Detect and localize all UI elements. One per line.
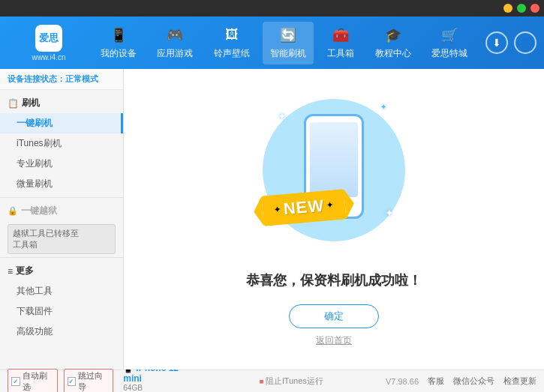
header: 爱思 www.i4.cn 📱 我的设备 🎮 应用游戏 🖼 铃声壁纸 🔄 智能刷机… — [0, 16, 544, 69]
pro-flash-label: 专业刷机 — [17, 158, 53, 169]
back-link[interactable]: 返回首页 — [316, 334, 352, 347]
nav-toolbox-label: 工具箱 — [327, 47, 354, 60]
sidebar-divider-2 — [0, 257, 123, 258]
nav-tutorial[interactable]: 🎓 教程中心 — [368, 22, 419, 64]
stop-itunes[interactable]: ■ 阻止iTunes运行 — [259, 376, 323, 387]
nav-right: ⬇ 👤 — [485, 31, 536, 54]
bottom-right: V7.98.66 客服 微信公众号 检查更新 — [386, 376, 536, 387]
nav-tutorial-label: 教程中心 — [375, 47, 411, 60]
close-button[interactable] — [530, 4, 539, 13]
wechat-link[interactable]: 微信公众号 — [453, 376, 494, 387]
maximize-button[interactable] — [517, 4, 526, 13]
tutorial-icon: 🎓 — [384, 26, 402, 44]
flash-section-title: 📋 刷机 — [0, 93, 123, 113]
title-bar — [0, 0, 544, 16]
jailbreak-section-title: 🔒 一键越狱 — [0, 201, 123, 221]
success-message: 恭喜您，保资料刷机成功啦！ — [246, 271, 422, 289]
nav-shop[interactable]: 🛒 爱思特城 — [424, 22, 475, 64]
flash-section-label: 刷机 — [22, 97, 40, 109]
user-button[interactable]: 👤 — [514, 31, 536, 54]
nav-apps-games-label: 应用游戏 — [157, 47, 193, 60]
nav-toolbox[interactable]: 🧰 工具箱 — [320, 22, 362, 64]
sidebar-item-one-key-flash[interactable]: 一键刷机 — [0, 113, 123, 133]
more-section-label: 更多 — [16, 265, 34, 277]
sparkle-icon-2: ✦ — [380, 103, 386, 111]
auto-flash-label: 自动刷选 — [23, 370, 54, 393]
status-label: 设备连接状态： — [8, 74, 65, 83]
apps-games-icon: 🎮 — [166, 26, 184, 44]
more-section-icon: ≡ — [8, 266, 13, 277]
logo-icon-text: 爱思 — [39, 31, 59, 45]
nav-smart-flash[interactable]: 🔄 智能刷机 — [263, 22, 314, 64]
ribbon-star-right: ✦ — [326, 200, 334, 211]
sparkle-icon-3: ✦ — [385, 207, 394, 219]
customer-service-link[interactable]: 客服 — [428, 376, 444, 387]
flash-section: 📋 刷机 一键刷机 iTunes刷机 专业刷机 微量刷机 — [0, 93, 123, 194]
nav-my-device-label: 我的设备 — [101, 47, 137, 60]
shop-icon: 🛒 — [440, 26, 458, 44]
jailbreak-notice: 越狱工具已转移至工具箱 — [8, 224, 116, 254]
sidebar-item-other-tools[interactable]: 其他工具 — [0, 281, 123, 301]
sidebar-item-download-firmware[interactable]: 下载固件 — [0, 301, 123, 322]
logo-url: www.i4.cn — [32, 53, 65, 61]
new-ribbon-text: NEW — [283, 196, 325, 220]
sidebar-item-wipe-flash[interactable]: 微量刷机 — [0, 174, 123, 194]
content-area: ✦ ✦ ✦ ✦ NEW ✦ 恭喜您，保资料刷机成功啦！ 确定 返回首页 — [124, 69, 544, 370]
smart-flash-icon: 🔄 — [279, 26, 297, 44]
bottom-bar: 自动刷选 跳过向导 📱 iPhone 12 mini 64GB Down-12m… — [0, 370, 544, 392]
nav-items: 📱 我的设备 🎮 应用游戏 🖼 铃声壁纸 🔄 智能刷机 🧰 工具箱 🎓 教程中心… — [90, 22, 478, 64]
sidebar-item-itunes-flash[interactable]: iTunes刷机 — [0, 133, 123, 154]
skip-wizard-checkbox[interactable]: 跳过向导 — [64, 369, 114, 393]
nav-wallpaper[interactable]: 🖼 铃声壁纸 — [206, 22, 257, 64]
sparkle-icon-1: ✦ — [278, 110, 287, 122]
nav-smart-flash-label: 智能刷机 — [270, 47, 306, 60]
version-text: V7.98.66 — [386, 377, 419, 386]
logo-icon: 爱思 — [35, 25, 62, 52]
logo-area: 爱思 www.i4.cn — [8, 25, 90, 61]
toolbox-icon: 🧰 — [332, 26, 350, 44]
confirm-button[interactable]: 确定 — [289, 304, 379, 328]
wallpaper-icon: 🖼 — [223, 26, 241, 44]
flash-section-icon: 📋 — [8, 98, 19, 109]
device-storage: 64GB — [123, 384, 197, 392]
download-firmware-label: 下载固件 — [17, 306, 53, 316]
more-section: ≡ 更多 其他工具 下载固件 高级功能 — [0, 261, 123, 342]
nav-apps-games[interactable]: 🎮 应用游戏 — [149, 22, 200, 64]
main-area: 设备连接状态：正常模式 📋 刷机 一键刷机 iTunes刷机 专业刷机 微量刷机 — [0, 69, 544, 370]
minimize-button[interactable] — [503, 4, 512, 13]
skip-wizard-label: 跳过向导 — [78, 370, 110, 393]
one-key-flash-label: 一键刷机 — [17, 118, 53, 128]
nav-shop-label: 爱思特城 — [431, 47, 467, 60]
my-device-icon: 📱 — [110, 26, 128, 44]
device-status: 设备连接状态：正常模式 — [0, 69, 123, 90]
download-button[interactable]: ⬇ — [485, 31, 508, 54]
advanced-label: 高级功能 — [17, 326, 53, 337]
more-section-title: ≡ 更多 — [0, 261, 123, 281]
jailbreak-lock-icon: 🔒 — [8, 206, 18, 216]
stop-icon: ■ — [259, 377, 263, 385]
sidebar-item-pro-flash[interactable]: 专业刷机 — [0, 154, 123, 174]
check-update-link[interactable]: 检查更新 — [503, 376, 536, 387]
stop-itunes-label: 阻止iTunes运行 — [266, 376, 323, 387]
other-tools-label: 其他工具 — [17, 286, 53, 296]
sidebar-item-advanced[interactable]: 高级功能 — [0, 322, 123, 342]
auto-flash-cb-icon — [11, 377, 20, 386]
phone-screen — [310, 122, 358, 197]
jailbreak-section: 🔒 一键越狱 越狱工具已转移至工具箱 — [0, 201, 123, 254]
status-value: 正常模式 — [65, 74, 98, 83]
nav-wallpaper-label: 铃声壁纸 — [214, 47, 250, 60]
nav-my-device[interactable]: 📱 我的设备 — [93, 22, 144, 64]
itunes-flash-label: iTunes刷机 — [17, 138, 62, 148]
sidebar-divider-1 — [0, 197, 123, 198]
skip-wizard-cb-icon — [68, 377, 77, 386]
sidebar: 设备连接状态：正常模式 📋 刷机 一键刷机 iTunes刷机 专业刷机 微量刷机 — [0, 69, 124, 370]
auto-flash-checkbox[interactable]: 自动刷选 — [8, 369, 58, 393]
jailbreak-section-label: 一键越狱 — [21, 205, 57, 217]
ribbon-star-left: ✦ — [273, 205, 281, 216]
phone-illustration: ✦ ✦ ✦ ✦ NEW ✦ — [259, 91, 409, 256]
bottom-center: ■ 阻止iTunes运行 — [197, 376, 386, 387]
wipe-flash-label: 微量刷机 — [17, 178, 53, 189]
